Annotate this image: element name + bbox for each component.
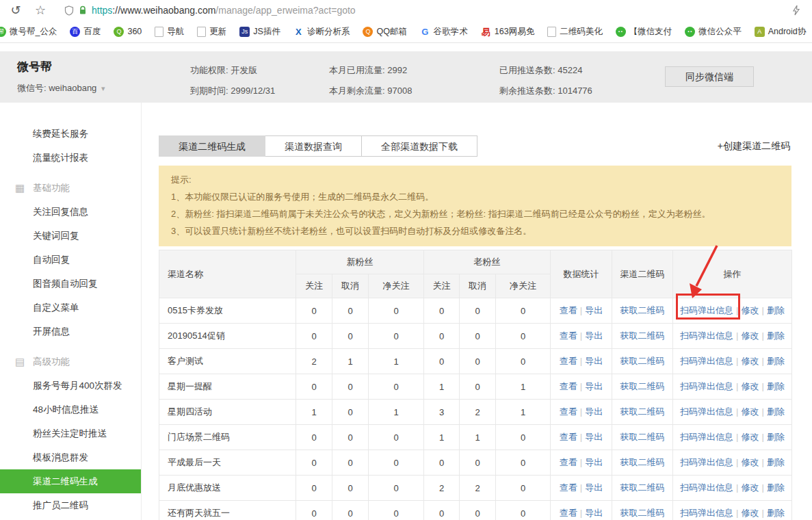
sidebar-item-link[interactable]: 模板消息群发 (0, 445, 141, 469)
bookmark-item[interactable]: 易 163网易免 (481, 26, 534, 38)
bookmark-item[interactable]: 二维码美化 (547, 26, 603, 38)
wechat-account-selector[interactable]: 微信号: weihaobang ▾ (17, 82, 105, 94)
get-qrcode-link[interactable]: 获取二维码 (620, 508, 665, 518)
delete-link[interactable]: 删除 (767, 508, 785, 518)
export-link[interactable]: 导出 (585, 482, 603, 493)
tab[interactable]: 全部渠道数据下载 (362, 135, 477, 157)
sidebar-item-link[interactable]: 图音频自动回复 (0, 272, 141, 296)
bookmark-item[interactable]: 导航 (155, 26, 184, 38)
delete-link[interactable]: 删除 (767, 406, 785, 417)
edit-link[interactable]: 修改 (742, 330, 759, 341)
delete-link[interactable]: 删除 (767, 482, 785, 493)
bookmark-item[interactable]: ·· 微信公众平 (685, 26, 742, 38)
tab[interactable]: 渠道数据查询 (265, 135, 362, 157)
delete-link[interactable]: 删除 (767, 457, 785, 467)
channel-table: 渠道名称 新粉丝 老粉丝 数据统计 渠道二维码 操作 关注 取消 净关注 关注 … (159, 250, 792, 520)
delete-link[interactable]: 删除 (767, 432, 785, 442)
view-link[interactable]: 查看 (560, 508, 577, 518)
stats-cell: 查看|导出 (551, 374, 612, 400)
view-link[interactable]: 查看 (560, 432, 577, 442)
get-qrcode-link[interactable]: 获取二维码 (620, 330, 665, 341)
export-link[interactable]: 导出 (585, 406, 603, 417)
bookmark-item[interactable]: G 谷歌学术 (420, 26, 468, 38)
scan-popup-link[interactable]: 扫码弹出信息 (680, 356, 733, 366)
channel-table-wrap: 渠道名称 新粉丝 老粉丝 数据统计 渠道二维码 操作 关注 取消 净关注 关注 … (159, 250, 791, 520)
export-link[interactable]: 导出 (585, 457, 603, 467)
sidebar-item-link[interactable]: 续费延长服务 (0, 122, 141, 146)
stats-cell: 查看|导出 (551, 425, 612, 450)
view-link[interactable]: 查看 (560, 406, 577, 417)
get-qrcode-link[interactable]: 获取二维码 (620, 457, 665, 467)
scan-popup-link[interactable]: 扫码弹出信息 (680, 406, 733, 417)
scan-popup-link[interactable]: 扫码弹出信息 (680, 508, 733, 518)
export-link[interactable]: 导出 (585, 356, 603, 366)
tab[interactable]: 渠道二维码生成 (159, 135, 265, 157)
view-link[interactable]: 查看 (560, 381, 577, 391)
sidebar-item-link[interactable]: 服务号每月400次群发 (0, 374, 141, 398)
bookmark-item[interactable]: Js JS插件 (239, 26, 280, 38)
edit-link[interactable]: 修改 (742, 381, 759, 391)
bookmark-item[interactable]: 帮 微号帮_公众 (0, 26, 57, 38)
favorite-star-icon[interactable]: ☆ (31, 3, 49, 18)
back-icon[interactable]: ↺ (7, 3, 25, 18)
sidebar-item-link[interactable]: 自动回复 (0, 248, 141, 272)
sidebar-item-link[interactable]: 关注回复信息 (0, 200, 141, 224)
col-old-fans: 老粉丝 (424, 250, 551, 274)
sidebar-item-active[interactable]: 渠道二维码生成 (0, 469, 141, 493)
bookmark-item[interactable]: 百 百度 (70, 26, 101, 38)
view-link[interactable]: 查看 (560, 330, 577, 341)
scan-popup-link[interactable]: 扫码弹出信息 (680, 457, 733, 467)
edit-link[interactable]: 修改 (742, 508, 759, 518)
bookmark-item[interactable]: A Android协 (755, 26, 807, 38)
create-channel-qrcode-link[interactable]: +创建渠道二维码 (718, 140, 790, 153)
sidebar-item-link[interactable]: 粉丝关注定时推送 (0, 421, 141, 445)
view-link[interactable]: 查看 (560, 482, 577, 493)
edit-link[interactable]: 修改 (742, 305, 759, 315)
stats-cell: 查看|导出 (551, 450, 612, 476)
address-bar[interactable]: https://www.weihaobang.com/manage/app_er… (64, 5, 356, 16)
delete-link[interactable]: 删除 (767, 381, 785, 391)
bookmark-item[interactable]: Q QQ邮箱 (363, 26, 406, 38)
scan-popup-link[interactable]: 扫码弹出信息 (680, 330, 733, 341)
export-link[interactable]: 导出 (585, 381, 603, 391)
sync-wechat-button[interactable]: 同步微信端 (665, 66, 754, 87)
delete-link[interactable]: 删除 (767, 330, 785, 341)
edit-link[interactable]: 修改 (742, 482, 759, 493)
edit-link[interactable]: 修改 (742, 432, 759, 442)
edit-link[interactable]: 修改 (742, 356, 759, 366)
get-qrcode-link[interactable]: 获取二维码 (620, 305, 665, 315)
edit-link[interactable]: 修改 (742, 457, 759, 467)
export-link[interactable]: 导出 (585, 330, 603, 341)
sidebar-item-link[interactable]: 流量统计报表 (0, 146, 141, 170)
bookmark-item[interactable]: ·· 【微信支付 (616, 26, 672, 38)
col-channel-name: 渠道名称 (159, 250, 296, 298)
view-link[interactable]: 查看 (560, 356, 577, 366)
export-link[interactable]: 导出 (585, 432, 603, 442)
scan-popup-link[interactable]: 扫码弹出信息 (680, 482, 733, 493)
get-qrcode-link[interactable]: 获取二维码 (620, 482, 665, 493)
sidebar-item-link[interactable]: 48小时信息推送 (0, 398, 141, 421)
bookmark-item[interactable]: Q 360 (114, 27, 142, 37)
bookmark-item[interactable]: 更新 (197, 26, 226, 38)
bookmark-item[interactable]: X 诊断分析系 (293, 26, 350, 38)
scan-popup-link[interactable]: 扫码弹出信息 (680, 381, 733, 391)
scan-popup-link[interactable]: 扫码弹出信息 (680, 305, 733, 315)
export-link[interactable]: 导出 (585, 508, 603, 518)
sidebar-item-link[interactable]: 推广员二维码 (0, 493, 141, 517)
sidebar-section: ▦ 基础功能 (0, 176, 141, 200)
view-link[interactable]: 查看 (560, 305, 577, 315)
lightning-icon[interactable] (791, 5, 801, 18)
sidebar-item-link[interactable]: 关键词回复 (0, 224, 141, 248)
get-qrcode-link[interactable]: 获取二维码 (620, 381, 665, 391)
get-qrcode-link[interactable]: 获取二维码 (620, 406, 665, 417)
get-qrcode-link[interactable]: 获取二维码 (620, 356, 665, 366)
get-qrcode-link[interactable]: 获取二维码 (620, 432, 665, 442)
sidebar-item-link[interactable]: 自定义菜单 (0, 296, 141, 320)
sidebar-item-link[interactable]: 开屏信息 (0, 320, 141, 343)
edit-link[interactable]: 修改 (742, 406, 759, 417)
view-link[interactable]: 查看 (560, 457, 577, 467)
scan-popup-link[interactable]: 扫码弹出信息 (680, 432, 733, 442)
delete-link[interactable]: 删除 (767, 305, 785, 315)
delete-link[interactable]: 删除 (767, 356, 785, 366)
export-link[interactable]: 导出 (585, 305, 603, 315)
